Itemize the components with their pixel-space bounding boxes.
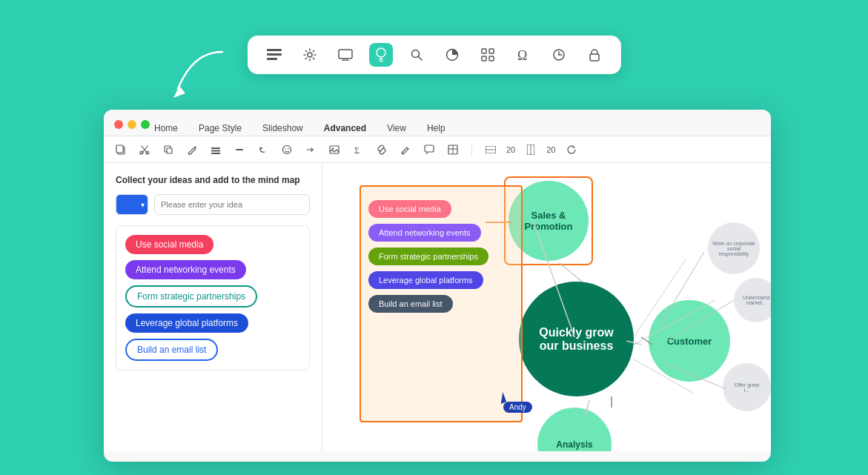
canvas-tag-email[interactable]: Build an email list <box>368 295 453 313</box>
duplicate-icon[interactable] <box>160 142 176 158</box>
floating-toolbar: Ω <box>248 36 621 74</box>
svg-rect-33 <box>211 153 220 154</box>
settings-icon[interactable] <box>298 43 322 67</box>
search-icon[interactable] <box>405 43 428 67</box>
cursor-label: Andy <box>503 402 532 413</box>
canvas-tag-platforms[interactable]: Leverage global platforms <box>368 271 483 289</box>
idea-input[interactable] <box>154 194 310 215</box>
menu-slideshow[interactable]: Slideshow <box>259 122 306 135</box>
menu-bar: Home Page Style Slideshow Advanced View … <box>104 110 771 136</box>
canvas-tag-networking[interactable]: Attend networking events <box>368 224 481 242</box>
svg-rect-31 <box>211 147 220 149</box>
svg-rect-32 <box>211 150 220 151</box>
svg-marker-24 <box>173 86 185 98</box>
left-panel: Collect your ideas and add to the mind m… <box>104 163 322 451</box>
svg-rect-17 <box>482 56 486 61</box>
emoji-icon[interactable] <box>279 142 295 158</box>
grid-icon[interactable] <box>476 43 500 67</box>
idea-tag-networking[interactable]: Attend networking events <box>125 260 246 279</box>
menu-help[interactable]: Help <box>424 122 448 135</box>
small-circle-1[interactable]: Work on corporatesocial responsibility <box>708 222 760 274</box>
svg-point-8 <box>377 48 385 57</box>
svg-point-35 <box>283 145 291 153</box>
cursor-andy: Andy <box>499 393 532 413</box>
idea-tag-platforms[interactable]: Leverage global platforms <box>125 313 248 333</box>
grid2-icon[interactable] <box>483 142 499 158</box>
main-window: Home Page Style Slideshow Advanced View … <box>104 110 771 462</box>
menu-view[interactable]: View <box>384 122 409 135</box>
ideas-list: Use social media Attend networking event… <box>116 225 310 371</box>
small-circle-3[interactable]: Offer greatl... <box>723 363 771 411</box>
analytics-icon[interactable] <box>440 43 464 67</box>
svg-rect-2 <box>267 58 277 60</box>
canvas-area: Use social media Attend networking event… <box>322 163 771 451</box>
svg-rect-26 <box>116 145 123 153</box>
pencil-icon[interactable] <box>397 142 414 158</box>
svg-line-41 <box>380 148 383 151</box>
maximize-button[interactable] <box>141 120 150 129</box>
panel-title: Collect your ideas and add to the mind m… <box>116 175 310 185</box>
secondary-toolbar: Σ 20 20 <box>104 136 771 163</box>
copy-icon[interactable] <box>113 142 129 158</box>
layout-icon[interactable] <box>262 43 286 67</box>
svg-rect-1 <box>267 53 282 56</box>
color-picker-button[interactable] <box>116 194 148 215</box>
svg-rect-16 <box>489 49 494 53</box>
canvas-items: Use social media Attend networking event… <box>368 200 488 313</box>
svg-line-42 <box>402 153 403 154</box>
customer-node[interactable]: Customer <box>649 300 730 382</box>
content-area: Collect your ideas and add to the mind m… <box>104 163 771 451</box>
table2-icon[interactable] <box>445 142 461 158</box>
sigma-icon[interactable]: Σ <box>350 142 366 158</box>
undo-icon[interactable] <box>255 142 271 158</box>
svg-rect-0 <box>267 49 282 51</box>
analysis-node[interactable]: Analysis <box>537 408 612 451</box>
svg-line-58 <box>560 263 582 282</box>
menu-home[interactable]: Home <box>151 122 181 135</box>
minus-icon[interactable] <box>231 142 248 158</box>
zoom-value: 20 <box>506 145 515 154</box>
clock-settings-icon[interactable] <box>547 43 571 67</box>
layers-icon[interactable] <box>208 142 224 158</box>
central-node[interactable]: Quickly growour business <box>519 282 634 396</box>
omega-icon[interactable]: Ω <box>511 43 535 67</box>
svg-text:Ω: Ω <box>517 48 527 62</box>
svg-rect-15 <box>482 49 486 53</box>
refresh-icon[interactable] <box>563 142 580 158</box>
display-icon[interactable] <box>334 43 357 67</box>
svg-text:Σ: Σ <box>354 145 360 155</box>
svg-rect-23 <box>590 54 599 61</box>
arrow-annotation <box>163 44 252 107</box>
comment-icon[interactable] <box>421 142 437 158</box>
menu-advanced[interactable]: Advanced <box>321 122 369 135</box>
svg-rect-34 <box>236 149 243 150</box>
svg-rect-30 <box>167 148 172 153</box>
svg-rect-43 <box>425 145 434 152</box>
minimize-button[interactable] <box>127 120 136 129</box>
svg-line-13 <box>418 57 422 61</box>
cut-icon[interactable] <box>136 142 153 158</box>
canvas-tag-partnerships[interactable]: Form strategic partnerships <box>368 248 488 265</box>
divider <box>471 143 472 156</box>
svg-point-3 <box>308 53 312 57</box>
menu-page-style[interactable]: Page Style <box>196 122 245 135</box>
idea-tag-partnerships[interactable]: Form strategic partnerships <box>125 285 257 308</box>
svg-rect-4 <box>339 50 352 59</box>
row-value: 20 <box>546 145 555 154</box>
row-icon[interactable] <box>523 142 539 158</box>
menu-items: Home Page Style Slideshow Advanced View … <box>151 122 448 135</box>
idea-tag-email[interactable]: Build an email list <box>125 339 218 361</box>
svg-point-37 <box>288 148 289 150</box>
image-icon[interactable] <box>326 142 342 158</box>
arrow-icon[interactable] <box>302 142 319 158</box>
svg-point-36 <box>285 148 286 150</box>
close-button[interactable] <box>114 120 123 129</box>
canvas-tag-social[interactable]: Use social media <box>368 200 451 218</box>
paint-icon[interactable] <box>184 142 200 158</box>
svg-rect-18 <box>489 56 494 61</box>
bulb-icon[interactable] <box>369 43 393 67</box>
lock-icon[interactable] <box>583 43 606 67</box>
small-circle-2[interactable]: Understandmarket... <box>734 278 771 322</box>
idea-tag-social[interactable]: Use social media <box>125 235 213 254</box>
link-icon[interactable] <box>374 142 390 158</box>
